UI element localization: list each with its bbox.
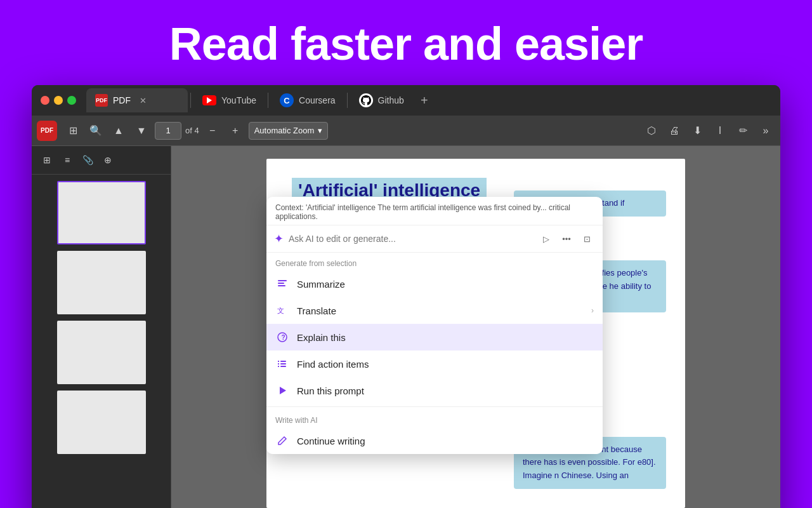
coursera-icon: C: [280, 93, 294, 107]
traffic-light-minimize[interactable]: [54, 96, 63, 105]
print-button[interactable]: 🖨: [665, 121, 684, 140]
github-icon: [359, 93, 373, 107]
pdf-page: 'Artificial' intelligence Context: 'Arti…: [266, 159, 685, 508]
zoom-select[interactable]: Automatic Zoom ▾: [249, 122, 329, 140]
outline-icon[interactable]: ≡: [58, 151, 76, 169]
ai-menu-action-items[interactable]: Find action items: [266, 351, 603, 377]
pdf-tab-icon: PDF: [95, 94, 108, 107]
add-tab-button[interactable]: +: [416, 91, 433, 109]
ai-sparkle-icon: ✦: [274, 232, 284, 246]
summarize-label: Summarize: [297, 279, 594, 290]
action-items-label: Find action items: [297, 359, 594, 370]
ai-more-button[interactable]: •••: [558, 231, 575, 247]
svg-marker-12: [280, 387, 286, 394]
page-input-group: 1 of 4: [155, 122, 199, 140]
svg-rect-6: [278, 361, 279, 362]
svg-rect-8: [278, 363, 279, 364]
ai-input-actions: ▷ ••• ⊡: [538, 231, 595, 247]
thumbnail-list: [32, 175, 171, 508]
tab-divider-2: [268, 93, 268, 108]
tab-bar: PDF PDF ✕ YouTube C Coursera Github +: [32, 85, 780, 116]
ai-context-label: Context:: [275, 203, 304, 212]
thumbnails-icon[interactable]: ⊞: [38, 151, 56, 169]
translate-icon: 文: [275, 304, 289, 318]
svg-rect-0: [278, 280, 287, 281]
zoom-in-button[interactable]: +: [226, 121, 245, 140]
ai-menu-explain[interactable]: ? Explain this: [266, 324, 603, 351]
next-page-button[interactable]: ▼: [132, 121, 151, 140]
tab-divider-1: [190, 93, 191, 108]
svg-rect-10: [278, 366, 279, 367]
ai-menu-run-prompt[interactable]: Run this prompt: [266, 377, 603, 404]
sidebar-toggle-button[interactable]: ⊞: [63, 121, 82, 140]
tab-divider-3: [347, 93, 348, 108]
ai-context-text: 'Artificial' intelligence The term artif…: [275, 203, 570, 221]
svg-rect-1: [278, 283, 284, 284]
pen-icon: [275, 434, 289, 448]
ai-context-bar: Context: 'Artificial' intelligence The t…: [266, 197, 603, 225]
search-button[interactable]: 🔍: [86, 121, 105, 140]
github-tab-label: Github: [378, 95, 404, 105]
thumbnail-page-4[interactable]: [38, 391, 164, 454]
ai-send-button[interactable]: ▷: [538, 231, 554, 247]
download-button[interactable]: ⬇: [688, 121, 707, 140]
play-icon: [275, 384, 289, 398]
summarize-icon: [275, 277, 289, 291]
ai-menu-translate[interactable]: 文 Translate ›: [266, 297, 603, 324]
pdf-tab-close[interactable]: ✕: [140, 96, 147, 105]
thumbnail-page-3[interactable]: [38, 321, 164, 384]
tab-coursera[interactable]: C Coursera: [271, 88, 344, 112]
zoom-out-button[interactable]: −: [203, 121, 222, 140]
prev-page-button[interactable]: ▲: [109, 121, 128, 140]
pdf-toolbar: PDF ⊞ 🔍 ▲ ▼ 1 of 4 − + Automatic Zoom ▾ …: [32, 116, 780, 146]
ai-input-bar: ✦ ▷ ••• ⊡: [266, 225, 603, 253]
traffic-light-close[interactable]: [41, 96, 49, 105]
open-external-button[interactable]: ⬡: [642, 121, 661, 140]
page-number-input[interactable]: 1: [155, 122, 181, 140]
browser-window: PDF PDF ✕ YouTube C Coursera Github +: [32, 85, 780, 508]
traffic-light-maximize[interactable]: [67, 96, 76, 105]
ai-expand-button[interactable]: ⊡: [579, 231, 595, 247]
pdf-sidebar: ⊞ ≡ 📎 ⊕: [32, 146, 171, 508]
thumbnail-page-2[interactable]: [38, 251, 164, 314]
thumbnail-image-2: [57, 251, 146, 314]
ai-menu-divider: [266, 406, 603, 407]
tab-github[interactable]: Github: [350, 88, 413, 112]
hero-heading: Read faster and easier: [0, 0, 812, 85]
svg-text:文: 文: [277, 307, 284, 314]
list-icon: [275, 357, 289, 371]
svg-rect-2: [278, 285, 285, 286]
thumbnail-image-3: [57, 321, 146, 384]
translate-arrow-icon: ›: [591, 306, 594, 315]
svg-rect-11: [280, 366, 286, 367]
ai-menu-summarize[interactable]: Summarize: [266, 271, 603, 297]
ai-menu: Generate from selection Summarize: [266, 253, 603, 454]
ai-popup: Context: 'Artificial' intelligence The t…: [266, 197, 603, 454]
sidebar-icon-bar: ⊞ ≡ 📎 ⊕: [32, 146, 171, 175]
pdf-content-area: 'Artificial' intelligence Context: 'Arti…: [171, 146, 780, 508]
attachments-icon[interactable]: 📎: [79, 151, 96, 169]
ai-input-field[interactable]: [289, 234, 533, 244]
traffic-lights: [41, 96, 76, 105]
main-content: ⊞ ≡ 📎 ⊕: [32, 146, 780, 508]
tab-pdf[interactable]: PDF PDF ✕: [86, 88, 188, 112]
pdf-app-icon: PDF: [37, 121, 57, 141]
layers-icon[interactable]: ⊕: [99, 151, 117, 169]
cursor-button[interactable]: I: [710, 121, 730, 140]
thumbnail-image-1: [57, 181, 146, 244]
ai-generate-section-label: Generate from selection: [266, 253, 603, 271]
svg-rect-9: [280, 363, 286, 364]
tab-youtube[interactable]: YouTube: [193, 88, 265, 112]
thumbnail-page-1[interactable]: [38, 181, 164, 244]
more-tools-button[interactable]: »: [756, 121, 775, 140]
pdf-tab-label: PDF: [113, 95, 131, 105]
translate-label: Translate: [297, 305, 584, 316]
zoom-chevron-icon: ▾: [318, 126, 322, 135]
explain-icon: ?: [275, 330, 289, 344]
ai-menu-continue[interactable]: Continue writing: [266, 427, 603, 454]
annotate-button[interactable]: ✏: [733, 121, 752, 140]
continue-writing-label: Continue writing: [297, 436, 594, 446]
svg-text:?: ?: [282, 334, 285, 341]
page-total-label: of 4: [185, 126, 199, 135]
zoom-label: Automatic Zoom: [254, 126, 315, 135]
